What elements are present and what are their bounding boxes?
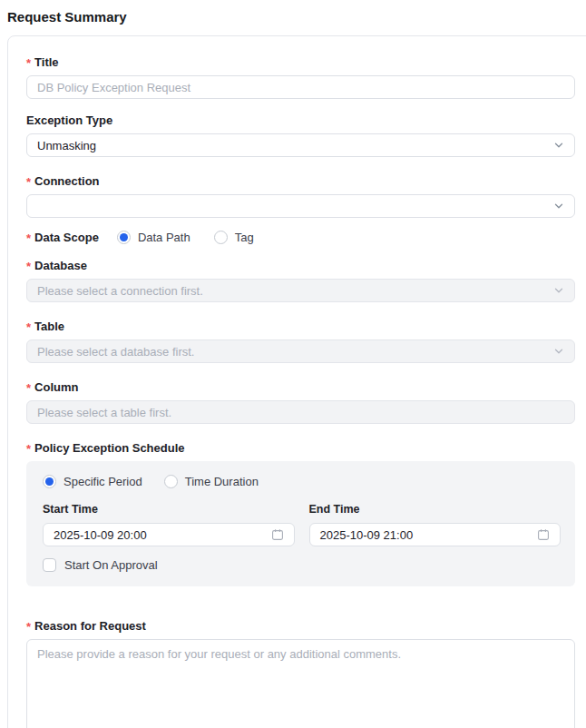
field-reason: * Reason for Request 0 / 1000 bbox=[26, 619, 575, 728]
data-scope-option-data-path[interactable]: Data Path bbox=[117, 231, 190, 244]
column-label-text: Column bbox=[34, 380, 78, 394]
calendar-icon bbox=[537, 528, 550, 541]
radio-unchecked-icon[interactable] bbox=[214, 231, 228, 244]
start-on-approval-row[interactable]: Start On Approval bbox=[43, 558, 561, 572]
data-scope-radio-group: Data Path Tag bbox=[117, 231, 254, 244]
connection-select[interactable] bbox=[26, 194, 575, 218]
radio-unchecked-icon[interactable] bbox=[164, 475, 178, 488]
field-connection: * Connection bbox=[26, 174, 575, 218]
chevron-down-icon bbox=[553, 285, 564, 296]
specific-period-option-label: Specific Period bbox=[63, 475, 142, 488]
start-time-picker[interactable]: 2025-10-09 20:00 bbox=[43, 523, 295, 546]
connection-label-text: Connection bbox=[34, 174, 100, 188]
start-time-label: Start Time bbox=[43, 503, 295, 516]
column-select[interactable]: Please select a table first. bbox=[26, 400, 575, 424]
exception-type-value: Unmasking bbox=[37, 139, 546, 152]
column-label: * Column bbox=[26, 380, 575, 394]
field-column: * Column Please select a table first. bbox=[26, 380, 575, 424]
required-asterisk: * bbox=[26, 176, 31, 188]
end-time-picker[interactable]: 2025-10-09 21:00 bbox=[309, 523, 562, 546]
data-path-option-label: Data Path bbox=[138, 231, 190, 244]
chevron-down-icon bbox=[553, 346, 564, 357]
start-on-approval-checkbox[interactable] bbox=[43, 558, 56, 572]
end-time-field: End Time 2025-10-09 21:00 bbox=[309, 499, 562, 546]
required-asterisk: * bbox=[26, 232, 31, 244]
request-form-card: * Title Exception Type Unmasking * Conne… bbox=[7, 35, 586, 728]
database-label-text: Database bbox=[34, 259, 87, 272]
required-asterisk: * bbox=[26, 261, 31, 272]
chevron-down-icon bbox=[553, 140, 564, 151]
radio-checked-icon[interactable] bbox=[43, 475, 56, 488]
field-data-scope: * Data Scope Data Path Tag bbox=[26, 231, 575, 244]
table-label: * Table bbox=[26, 320, 575, 333]
field-title: * Title bbox=[26, 55, 575, 99]
chevron-down-icon bbox=[553, 201, 564, 212]
reason-textarea[interactable] bbox=[26, 639, 575, 728]
field-database: * Database Please select a connection fi… bbox=[26, 259, 575, 302]
database-label: * Database bbox=[26, 259, 575, 272]
exception-type-label-text: Exception Type bbox=[26, 113, 112, 127]
database-select[interactable]: Please select a connection first. bbox=[26, 279, 575, 302]
title-input[interactable] bbox=[26, 75, 575, 99]
page-title: Request Summary bbox=[7, 9, 586, 25]
field-exception-type: Exception Type Unmasking bbox=[26, 113, 575, 157]
table-label-text: Table bbox=[34, 320, 64, 333]
tag-option-label: Tag bbox=[235, 231, 254, 244]
schedule-panel: Specific Period Time Duration Start Time… bbox=[26, 461, 575, 586]
table-placeholder: Please select a database first. bbox=[37, 345, 546, 359]
required-asterisk: * bbox=[26, 57, 31, 69]
start-time-field: Start Time 2025-10-09 20:00 bbox=[43, 499, 295, 546]
end-time-value: 2025-10-09 21:00 bbox=[320, 528, 414, 542]
required-asterisk: * bbox=[26, 621, 31, 633]
start-time-value: 2025-10-09 20:00 bbox=[54, 528, 147, 542]
schedule-label-text: Policy Exception Schedule bbox=[34, 441, 184, 455]
calendar-icon bbox=[271, 528, 284, 541]
title-label-text: Title bbox=[34, 55, 59, 69]
schedule-label: * Policy Exception Schedule bbox=[26, 441, 575, 455]
column-placeholder: Please select a table first. bbox=[37, 406, 171, 419]
required-asterisk: * bbox=[26, 443, 31, 455]
database-placeholder: Please select a connection first. bbox=[37, 284, 546, 298]
exception-type-select[interactable]: Unmasking bbox=[26, 133, 575, 157]
data-scope-label-text: Data Scope bbox=[34, 231, 99, 244]
required-asterisk: * bbox=[26, 321, 31, 333]
schedule-mode-time-duration[interactable]: Time Duration bbox=[164, 475, 259, 488]
reason-label: * Reason for Request bbox=[26, 619, 575, 633]
required-asterisk: * bbox=[26, 382, 31, 394]
schedule-mode-radio-group: Specific Period Time Duration bbox=[43, 475, 561, 488]
field-table: * Table Please select a database first. bbox=[26, 320, 575, 363]
time-duration-option-label: Time Duration bbox=[185, 475, 259, 488]
start-on-approval-label: Start On Approval bbox=[64, 558, 158, 572]
connection-label: * Connection bbox=[26, 174, 575, 188]
exception-type-label: Exception Type bbox=[26, 113, 575, 127]
schedule-mode-specific-period[interactable]: Specific Period bbox=[43, 475, 142, 488]
reason-label-text: Reason for Request bbox=[34, 619, 146, 633]
end-time-label: End Time bbox=[309, 503, 562, 516]
schedule-time-grid: Start Time 2025-10-09 20:00 End Time 202… bbox=[43, 499, 561, 546]
field-schedule: * Policy Exception Schedule Specific Per… bbox=[26, 441, 575, 586]
data-scope-label: * Data Scope bbox=[26, 231, 99, 244]
radio-checked-icon[interactable] bbox=[117, 231, 131, 244]
title-label: * Title bbox=[26, 55, 575, 69]
data-scope-option-tag[interactable]: Tag bbox=[214, 231, 254, 244]
table-select[interactable]: Please select a database first. bbox=[26, 339, 575, 363]
